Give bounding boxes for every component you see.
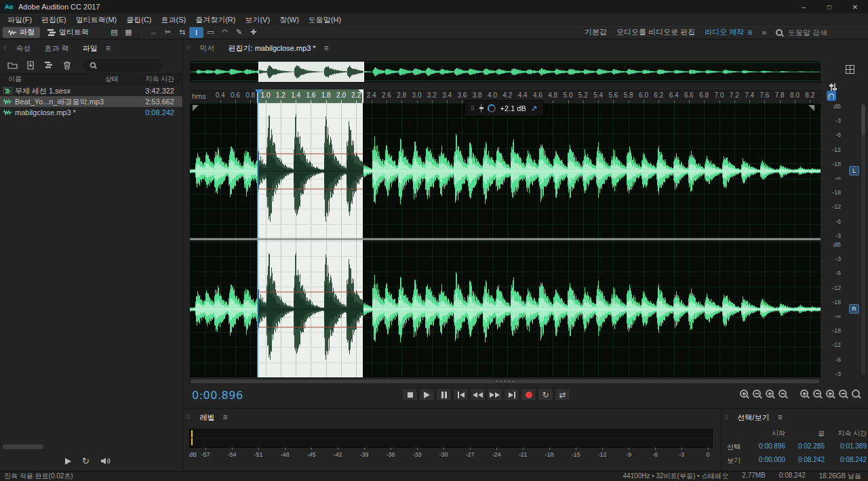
tab-effects-rack[interactable]: 효과 랙 xyxy=(38,43,76,54)
tab-files[interactable]: 파일 xyxy=(76,43,104,54)
selection-start-value[interactable]: 0:00.896 xyxy=(747,442,785,452)
menu-help[interactable]: 도움말(H) xyxy=(304,14,346,26)
tab-properties[interactable]: 속성 xyxy=(9,43,38,54)
view-end-value[interactable]: 0:08.242 xyxy=(785,456,825,465)
tab-levels[interactable]: 레벨 xyxy=(193,413,222,423)
workspace-radio-production-button[interactable]: 라디오 제작 xyxy=(705,27,744,37)
zoom-options-button[interactable] xyxy=(852,390,860,398)
preview-loop-button[interactable]: ↻ xyxy=(82,456,90,466)
fast-forward-button[interactable] xyxy=(487,388,502,401)
waveform-display[interactable] xyxy=(190,103,821,377)
selection-view-menu-icon[interactable]: ≡ xyxy=(778,413,783,422)
menu-multitrack[interactable]: 멀티트랙(M) xyxy=(71,14,122,26)
marquee-selection-tool-icon[interactable]: ▭ xyxy=(203,27,218,38)
zoom-reset-button[interactable] xyxy=(778,390,787,398)
pause-button[interactable] xyxy=(436,388,452,401)
files-horizontal-scrollbar[interactable] xyxy=(3,444,43,449)
menu-view[interactable]: 보기(V) xyxy=(240,14,275,26)
workspace-default-button[interactable]: 기본값 xyxy=(585,27,607,37)
zoom-in-full-button[interactable] xyxy=(740,390,748,398)
levels-panel-menu-icon[interactable]: ≡ xyxy=(223,413,228,422)
scroll-handle-left-icon[interactable] xyxy=(193,105,199,111)
snap-toggle-icon[interactable] xyxy=(827,91,836,101)
razor-tool-icon[interactable]: ✂ xyxy=(161,27,175,38)
zoom-in-amplitude-button[interactable] xyxy=(826,390,834,398)
menu-file[interactable]: 파일(F) xyxy=(3,14,37,26)
skip-selection-button[interactable]: ⇄ xyxy=(555,388,570,401)
stop-button[interactable] xyxy=(402,388,418,401)
hud-pin-icon[interactable]: ↗ xyxy=(531,104,538,113)
files-search-input[interactable] xyxy=(100,61,157,70)
close-button[interactable]: ✕ xyxy=(842,0,868,14)
zoom-out-full-button[interactable] xyxy=(753,390,761,398)
files-panel-menu-icon[interactable]: ≡ xyxy=(106,43,111,53)
view-duration-value[interactable]: 0:08.242 xyxy=(825,456,867,465)
view-start-value[interactable]: 0:00.000 xyxy=(747,456,785,465)
time-selection-tool-icon[interactable]: I xyxy=(189,27,203,38)
paintbrush-selection-tool-icon[interactable]: ✎ xyxy=(232,27,246,38)
playhead-time-display[interactable]: 0:00.896 xyxy=(192,389,243,402)
vertical-zoom-scrollbar[interactable] xyxy=(861,103,866,377)
spectral-frequency-display-icon[interactable]: ▤ xyxy=(107,27,121,38)
tab-mixer[interactable]: 믹서 xyxy=(193,43,222,54)
scroll-handle-right-icon[interactable] xyxy=(808,105,814,111)
play-button[interactable] xyxy=(419,388,435,401)
hud-gain-value[interactable]: +2.1 dB xyxy=(500,104,526,112)
menu-window[interactable]: 창(W) xyxy=(275,14,304,26)
channel-right-button[interactable]: R xyxy=(849,304,859,314)
waveform-view-button[interactable]: 파형 xyxy=(3,27,40,38)
column-duration[interactable]: 지속 시간 xyxy=(132,75,182,84)
overview-waveform[interactable] xyxy=(191,62,820,82)
panel-grip-icon[interactable]: ⠿ xyxy=(186,45,191,51)
hud-volume-knob[interactable] xyxy=(488,104,496,112)
tab-editor[interactable]: 편집기: mabilgclose.mp3 * xyxy=(222,43,323,54)
file-row-beat-music[interactable]: Beat_Yo...n_배경음악.mp3 2:53.662 xyxy=(0,96,182,107)
lasso-selection-tool-icon[interactable]: ◠ xyxy=(218,27,232,38)
menu-clip[interactable]: 클립(C) xyxy=(121,14,156,26)
display-settings-icon[interactable] xyxy=(846,65,854,74)
rewind-button[interactable] xyxy=(470,388,486,401)
spectral-pitch-display-icon[interactable]: ▦ xyxy=(121,27,136,38)
editor-panel-menu-icon[interactable]: ≡ xyxy=(324,43,329,53)
file-row-mabilgclose[interactable]: mabilgclose.mp3 * 0:08.242 xyxy=(0,107,182,118)
hud-grip-icon[interactable]: ⠿ xyxy=(471,105,475,112)
spot-healing-brush-tool-icon[interactable]: ✚ xyxy=(246,27,260,38)
panel-grip-icon[interactable]: ⠿ xyxy=(724,414,729,421)
help-search-input[interactable] xyxy=(787,28,863,37)
minimize-button[interactable]: – xyxy=(791,0,816,14)
skip-to-previous-button[interactable] xyxy=(453,388,469,401)
preview-volume-button[interactable] xyxy=(100,457,111,465)
panel-grip-icon[interactable]: ⠿ xyxy=(186,414,191,421)
horizontal-scrollbar[interactable] xyxy=(190,379,821,384)
record-button[interactable] xyxy=(521,388,536,401)
column-status[interactable]: 상태 xyxy=(105,75,132,84)
slip-tool-icon[interactable]: ⇆ xyxy=(175,27,189,38)
delete-file-button[interactable] xyxy=(62,60,73,70)
maximize-button[interactable]: □ xyxy=(816,0,842,14)
open-file-button[interactable] xyxy=(7,60,18,70)
selection-duration-value[interactable]: 0:01.389 xyxy=(825,442,867,452)
menu-effects[interactable]: 효과(S) xyxy=(157,14,191,26)
zoom-out-amplitude-button[interactable] xyxy=(839,390,847,398)
insert-into-multitrack-button[interactable] xyxy=(43,60,54,70)
workspace-overflow-icon[interactable]: » xyxy=(762,28,766,37)
zoom-out-time-button[interactable] xyxy=(813,390,821,398)
panel-grip-icon[interactable]: ⠿ xyxy=(3,45,7,51)
zoom-to-selection-button[interactable] xyxy=(766,390,774,398)
workspace-menu-icon[interactable]: ≡ xyxy=(747,28,752,37)
menu-edit[interactable]: 편집(E) xyxy=(37,14,71,26)
playhead-marker[interactable] xyxy=(258,89,259,103)
channel-left-button[interactable]: L xyxy=(849,166,859,175)
move-tool-icon[interactable]: ⇔ xyxy=(146,27,161,38)
workspace-edit-audio-video-button[interactable]: 오디오를 비디오로 편집 xyxy=(616,27,695,37)
column-name[interactable]: 이름 xyxy=(0,75,105,84)
tab-selection-view[interactable]: 선택/보기 xyxy=(731,413,776,423)
selection-end-value[interactable]: 0:02.285 xyxy=(785,442,825,452)
skip-to-next-button[interactable] xyxy=(504,388,519,401)
preview-play-button[interactable] xyxy=(65,458,71,465)
loop-playback-button[interactable]: ↻ xyxy=(538,388,553,401)
file-row-session[interactable]: 무제 세션 1.sesx 3:42.322 xyxy=(0,85,182,96)
import-file-button[interactable] xyxy=(25,60,36,70)
multitrack-view-button[interactable]: 멀티트랙 xyxy=(42,27,94,38)
menu-favorites[interactable]: 즐겨찾기(R) xyxy=(191,14,240,26)
